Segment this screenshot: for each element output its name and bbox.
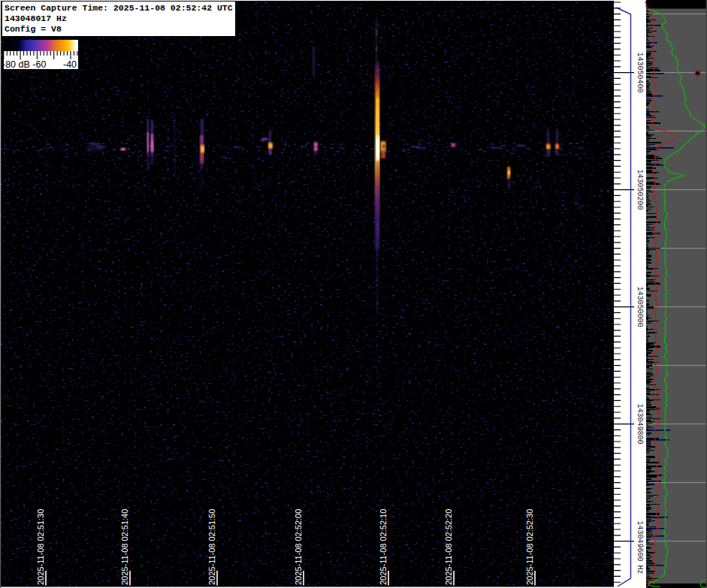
svg-text:2025-11-08 02:51:40: 2025-11-08 02:51:40 (120, 509, 129, 585)
svg-text:2025-11-08 02:51:50: 2025-11-08 02:51:50 (207, 509, 216, 585)
svg-text:2025-11-08 02:52:10: 2025-11-08 02:52:10 (379, 509, 388, 585)
svg-text:143048017 Hz: 143048017 Hz (5, 14, 67, 23)
svg-text:143049800: 143049800 (636, 404, 644, 445)
svg-text:143050200: 143050200 (636, 170, 644, 210)
svg-text:Screen Capture Time: 2025-11-0: Screen Capture Time: 2025-11-08 02:52:42… (5, 3, 233, 13)
svg-text:-40: -40 (63, 59, 77, 70)
svg-text:2025-11-08 02:52:30: 2025-11-08 02:52:30 (525, 509, 534, 585)
svg-text:143050000: 143050000 (636, 287, 644, 327)
svg-text:-80 dB -60: -80 dB -60 (2, 59, 46, 70)
svg-text:2025-11-08 02:51:30: 2025-11-08 02:51:30 (36, 509, 45, 585)
svg-text:Hz: Hz (636, 565, 644, 574)
svg-text:Config = V8: Config = V8 (5, 24, 62, 34)
svg-text:2025-11-08 02:52:20: 2025-11-08 02:52:20 (444, 509, 453, 585)
svg-text:143050400: 143050400 (636, 53, 644, 93)
svg-text:2025-11-08 02:52:00: 2025-11-08 02:52:00 (294, 509, 303, 585)
svg-text:143049600: 143049600 (636, 521, 644, 562)
